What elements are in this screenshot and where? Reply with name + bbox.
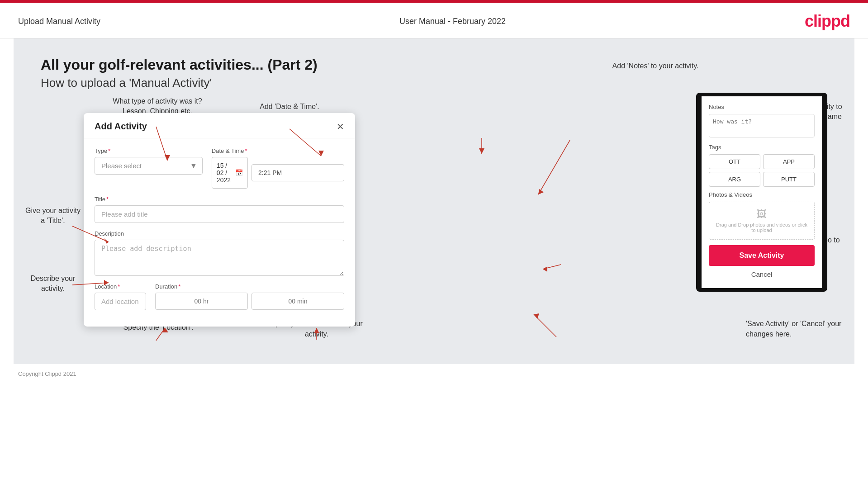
tag-arg[interactable]: ARG bbox=[709, 172, 760, 187]
page-subtitle: How to upload a 'Manual Activity' bbox=[41, 76, 827, 90]
page-title: All your golf-relevant activities... (Pa… bbox=[41, 57, 827, 73]
phone-panel: Notes Tags OTT APP ARG PUTT Photos & Vid… bbox=[696, 93, 827, 292]
description-textarea[interactable] bbox=[95, 240, 344, 276]
annotation-title: Give your activity a 'Title'. bbox=[24, 206, 82, 226]
form-row-location-duration: Location* Duration* bbox=[95, 283, 344, 310]
datetime-input-group: 15 / 02 / 2022 📅 bbox=[212, 157, 344, 189]
modal-body: Type* Please select ▼ Date & Time* bbox=[84, 138, 355, 327]
date-input[interactable]: 15 / 02 / 2022 📅 bbox=[212, 157, 248, 189]
duration-inputs bbox=[155, 293, 344, 310]
date-value: 15 / 02 / 2022 bbox=[217, 162, 231, 184]
time-input[interactable] bbox=[251, 164, 344, 181]
tag-ott[interactable]: OTT bbox=[709, 154, 760, 169]
svg-marker-17 bbox=[543, 266, 547, 272]
modal-close-button[interactable]: ✕ bbox=[337, 122, 344, 131]
datetime-label: Date & Time* bbox=[212, 147, 344, 154]
annotation-save: 'Save Activity' or 'Cancel' your changes… bbox=[746, 319, 845, 339]
form-row-type-datetime: Type* Please select ▼ Date & Time* bbox=[95, 147, 344, 189]
tag-putt[interactable]: PUTT bbox=[763, 172, 815, 187]
upload-area[interactable]: 🖼 Drag and Drop photos and videos or cli… bbox=[709, 202, 815, 240]
calendar-icon: 📅 bbox=[235, 169, 243, 176]
type-select[interactable]: Please select bbox=[95, 157, 203, 175]
modal-title: Add Activity bbox=[95, 121, 147, 132]
page-header: Upload Manual Activity User Manual - Feb… bbox=[0, 3, 868, 38]
svg-line-18 bbox=[534, 314, 556, 337]
header-left-title: Upload Manual Activity bbox=[18, 17, 100, 26]
svg-marker-19 bbox=[534, 313, 539, 319]
annotation-describe: Describe your activity. bbox=[24, 274, 82, 294]
tags-section-label: Tags bbox=[709, 144, 815, 151]
notes-textarea[interactable] bbox=[709, 114, 815, 137]
main-content: All your golf-relevant activities... (Pa… bbox=[14, 38, 854, 364]
logo: clippd bbox=[805, 12, 850, 31]
svg-marker-13 bbox=[479, 148, 484, 154]
annotation-notes: Add 'Notes' to your activity. bbox=[610, 61, 701, 71]
type-group: Type* Please select ▼ bbox=[95, 147, 203, 189]
location-group: Location* bbox=[95, 283, 146, 310]
duration-minutes-input[interactable] bbox=[251, 293, 344, 310]
type-select-wrapper: Please select ▼ bbox=[95, 157, 203, 175]
svg-line-16 bbox=[543, 265, 561, 269]
tag-app[interactable]: APP bbox=[763, 154, 815, 169]
annotation-date-time: Add 'Date & Time'. bbox=[249, 102, 330, 112]
description-group: Description bbox=[95, 230, 344, 276]
datetime-group-container: Date & Time* 15 / 02 / 2022 📅 bbox=[212, 147, 344, 189]
upload-icon: 🖼 bbox=[716, 208, 808, 220]
description-label: Description bbox=[95, 230, 344, 237]
location-input[interactable] bbox=[95, 293, 146, 310]
tags-grid: OTT APP ARG PUTT bbox=[709, 154, 815, 187]
duration-group: Duration* bbox=[155, 283, 344, 310]
upload-text: Drag and Drop photos and videos or click… bbox=[716, 222, 808, 233]
svg-marker-15 bbox=[538, 189, 544, 194]
location-label: Location* bbox=[95, 283, 146, 290]
phone-screen: Notes Tags OTT APP ARG PUTT Photos & Vid… bbox=[696, 93, 827, 292]
copyright-text: Copyright Clippd 2021 bbox=[18, 370, 76, 377]
title-input[interactable] bbox=[95, 205, 344, 223]
phone-inner: Notes Tags OTT APP ARG PUTT Photos & Vid… bbox=[702, 96, 822, 288]
duration-label: Duration* bbox=[155, 283, 344, 290]
header-center-title: User Manual - February 2022 bbox=[399, 17, 506, 26]
title-label: Title* bbox=[95, 196, 344, 203]
notes-section-label: Notes bbox=[709, 104, 815, 110]
title-group: Title* bbox=[95, 196, 344, 223]
type-label: Type* bbox=[95, 147, 203, 154]
duration-hours-input[interactable] bbox=[155, 293, 248, 310]
add-activity-modal: Add Activity ✕ Type* Please select ▼ bbox=[84, 113, 355, 327]
save-activity-button[interactable]: Save Activity bbox=[709, 245, 815, 266]
modal-header: Add Activity ✕ bbox=[84, 113, 355, 138]
cancel-link[interactable]: Cancel bbox=[709, 270, 815, 281]
svg-line-14 bbox=[538, 140, 570, 194]
page-footer: Copyright Clippd 2021 bbox=[0, 364, 868, 384]
photos-section-label: Photos & Videos bbox=[709, 191, 815, 198]
